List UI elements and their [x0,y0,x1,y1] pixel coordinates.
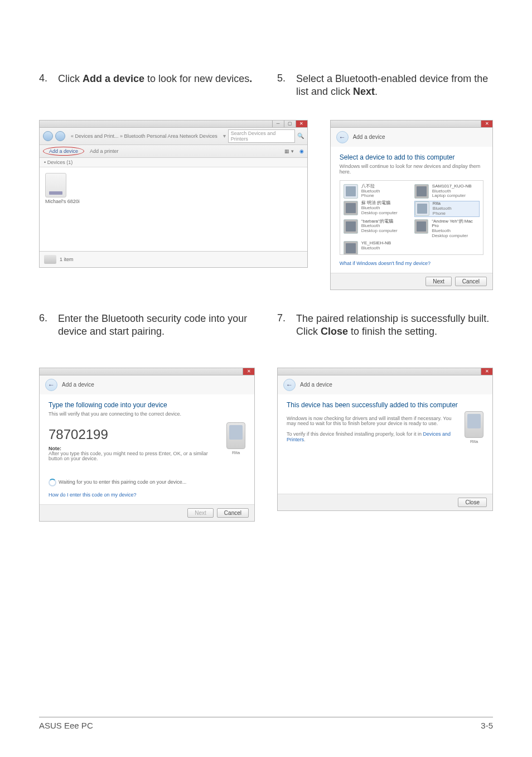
pairing-code: 78702199 [49,427,215,442]
step-7-text: The paired relationship is successfully … [296,312,493,339]
help-icon[interactable]: ◉ [299,148,304,154]
back-icon[interactable]: ← [283,379,296,391]
device-list: 八不拉BluetoothPhoneSAM1017_KUO-NBBluetooth… [340,180,483,255]
figure-devices-window: ─ ▢ ✕ « Devices and Print... » Bluetooth… [39,120,308,268]
close-icon[interactable]: ✕ [481,120,492,127]
device-item[interactable]: 蘇 明清 的電腦BluetoothDesktop computer [344,201,409,216]
help-link[interactable]: How do I enter this code on my device? [49,492,245,498]
status-icon [44,255,56,264]
step-4-text: Click Add a device to look for new devic… [58,73,252,85]
note-text: After you type this code, you might need… [49,451,215,462]
step-number: 5. [277,73,296,84]
close-icon[interactable]: ✕ [481,368,492,375]
step-5-text: Select a Bluetooth-enabled device from t… [296,73,493,99]
devices-section-header: • Devices (1) [40,158,307,167]
success-para-1: Windows is now checking for drivers and … [287,416,453,427]
device-item[interactable]: RitaBluetoothPhone [414,201,480,216]
device-item[interactable]: SAM1017_KUO-NBBluetoothLaptop computer [414,184,480,199]
dialog-subheading: Windows will continue to look for new de… [340,163,483,175]
phone-icon [465,411,483,438]
dialog-title: Add a device [62,382,94,388]
cancel-button[interactable]: Cancel [455,277,487,286]
close-icon[interactable]: ✕ [296,120,307,127]
search-icon[interactable]: 🔍 [297,133,304,139]
device-icon[interactable] [45,173,66,197]
dialog-title: Add a device [353,134,385,140]
maximize-icon[interactable]: ▢ [284,120,296,127]
device-item[interactable]: "barbara"的電腦BluetoothDesktop computer [344,219,409,239]
cancel-button[interactable]: Cancel [217,508,249,518]
add-printer-button[interactable]: Add a printer [90,148,119,154]
dialog-heading: Type the following code into your device [49,401,245,409]
spinner-icon [49,479,56,486]
close-button[interactable]: Close [458,498,487,507]
step-number: 4. [39,73,58,84]
phone-caption: Rita [465,439,483,444]
waiting-text: Waiting for you to enter this pairing co… [49,479,245,486]
device-label: Michael's 6820i [45,199,80,204]
back-icon[interactable] [43,131,53,141]
status-text: 1 item [60,257,74,262]
dialog-heading: Select a device to add to this computer [340,153,483,161]
phone-icon [226,422,245,449]
next-button: Next [187,508,214,518]
pc-icon [344,219,358,234]
footer-product: ASUS Eee PC [39,721,93,730]
next-button[interactable]: Next [425,277,452,286]
dialog-title: Add a device [300,382,332,388]
phone-icon [344,184,358,199]
dialog-heading: This device has been successfully added … [287,401,483,409]
search-input[interactable]: Search Devices and Printers [228,129,295,143]
dialog-subheading: This will verify that you are connecting… [49,411,245,417]
figure-success-dialog: ✕ ← Add a device This device has been su… [277,368,493,512]
success-para-2: To verify if this device finished instal… [287,432,453,443]
phone-caption: Rita [226,450,245,455]
step-6-text: Enter the Bluetooth security code into y… [58,312,255,339]
device-item[interactable]: "Andrew Yeh"的 Mac ProBluetoothDesktop co… [414,219,480,239]
forward-icon[interactable] [55,131,65,141]
pc-icon [344,201,358,215]
pc-icon [344,241,358,255]
device-item[interactable]: 八不拉BluetoothPhone [344,184,409,199]
figure-pairing-code-dialog: ✕ ← Add a device Type the following code… [39,368,255,522]
figure-add-device-dialog: ✕ ← Add a device Select a device to add … [330,120,493,290]
breadcrumb[interactable]: « Devices and Print... » Bluetooth Perso… [67,133,221,139]
step-number: 7. [277,312,296,324]
back-icon[interactable]: ← [336,131,349,143]
pc-icon [414,219,428,234]
minimize-icon[interactable]: ─ [272,120,284,127]
add-device-button[interactable]: Add a device [43,147,84,156]
phone-icon [415,201,429,216]
close-icon[interactable]: ✕ [243,368,254,375]
footer-page-number: 3-5 [481,721,493,730]
step-number: 6. [39,312,58,324]
back-icon[interactable]: ← [45,379,57,391]
pc-icon [414,184,429,199]
not-found-link[interactable]: What if Windows doesn't find my device? [340,261,483,266]
device-item[interactable]: YE_HSIEH-NBBluetooth [344,241,409,255]
